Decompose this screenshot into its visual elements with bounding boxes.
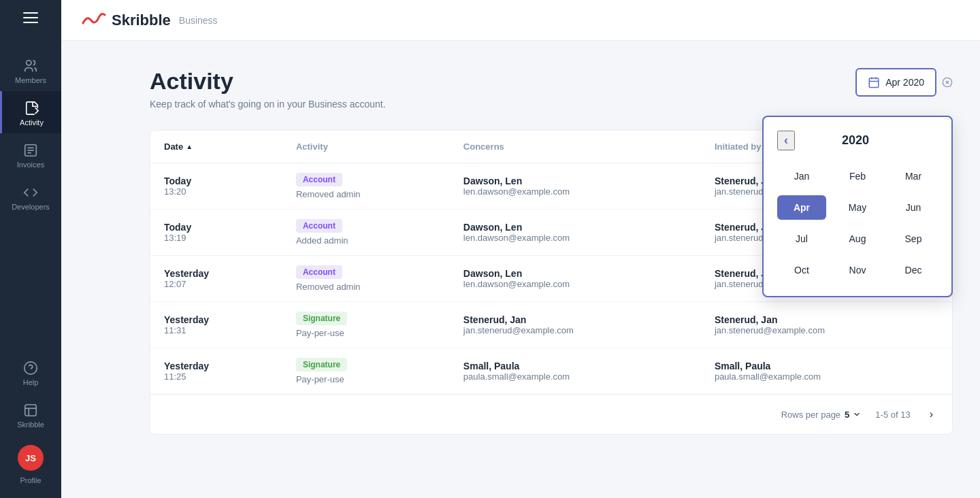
date-filter-button[interactable]: Apr 2020 (855, 68, 936, 97)
activity-badge-4: Signature (296, 358, 347, 371)
developers-icon (23, 185, 38, 200)
cell-date-4: Yesterday 11:25 (150, 348, 282, 395)
page-range: 1-5 of 13 (875, 410, 910, 420)
table-row: Yesterday 11:31 Signature Pay-per-use St… (150, 302, 952, 348)
cell-activity-3: Signature Pay-per-use (282, 302, 450, 348)
cell-concerns-0: Dawson, Len len.dawson@example.com (450, 163, 701, 210)
logo: Skribble Business (82, 10, 218, 31)
cell-concerns-1: Dawson, Len len.dawson@example.com (450, 210, 701, 256)
invoices-icon (23, 143, 38, 158)
calendar-icon (868, 76, 880, 88)
activity-icon (24, 101, 39, 116)
sidebar-item-help-label: Help (23, 378, 39, 386)
close-icon (942, 77, 953, 88)
cal-month-aug[interactable]: Aug (833, 227, 882, 251)
sidebar-item-activity[interactable]: Activity (0, 91, 61, 133)
sidebar-item-help[interactable]: Help (0, 351, 61, 393)
cal-month-jan[interactable]: Jan (777, 164, 826, 188)
activity-badge-2: Account (296, 265, 342, 279)
profile-item[interactable]: JS Profile (0, 435, 61, 491)
svg-rect-10 (869, 78, 879, 88)
sidebar-item-activity-label: Activity (20, 118, 44, 127)
calendar-dropdown: ‹ 2020 JanFebMarAprMayJunJulAugSepOctNov… (762, 116, 953, 297)
col-concerns: Concerns (450, 131, 701, 163)
cell-activity-1: Account Added admin (282, 210, 450, 256)
rows-per-page-value: 5 (845, 410, 849, 420)
date-filter-clear-button[interactable] (942, 77, 953, 88)
avatar: JS (18, 445, 44, 471)
table-row: Yesterday 11:25 Signature Pay-per-use Sm… (150, 348, 952, 395)
calendar-month-grid: JanFebMarAprMayJunJulAugSepOctNovDec (777, 164, 938, 282)
sort-icon: ▲ (186, 143, 193, 150)
svg-point-0 (27, 61, 31, 65)
calendar-header: ‹ 2020 (777, 131, 938, 150)
col-date: Date ▲ (150, 131, 282, 163)
cell-concerns-2: Dawson, Len len.dawson@example.com (450, 256, 701, 302)
cal-month-apr[interactable]: Apr (777, 195, 826, 220)
activity-badge-3: Signature (296, 312, 347, 325)
rows-per-page-group: Rows per page 5 (781, 410, 862, 420)
cal-month-mar[interactable]: Mar (889, 164, 938, 188)
cal-month-dec[interactable]: Dec (889, 258, 938, 282)
sidebar-bottom: Help Skribble JS Profile (0, 351, 61, 498)
cal-month-oct[interactable]: Oct (777, 258, 826, 282)
topbar: Skribble Business (61, 0, 980, 41)
sidebar-item-members[interactable]: Members (0, 49, 61, 91)
sidebar-item-developers-label: Developers (12, 203, 50, 211)
sidebar-item-invoices-label: Invoices (17, 161, 44, 169)
rows-per-page-label: Rows per page (781, 410, 840, 420)
cell-initiator-4: Small, Paula paula.small@example.com (701, 348, 952, 395)
date-filter-label: Apr 2020 (885, 77, 924, 88)
cell-date-2: Yesterday 12:07 (150, 256, 282, 302)
cell-activity-4: Signature Pay-per-use (282, 348, 450, 395)
activity-badge-1: Account (296, 219, 342, 233)
sidebar-item-invoices[interactable]: Invoices (0, 133, 61, 176)
cal-month-jun[interactable]: Jun (889, 195, 938, 220)
members-icon (23, 59, 38, 73)
cell-concerns-4: Small, Paula paula.small@example.com (450, 348, 701, 395)
cell-concerns-3: Stenerud, Jan jan.stenerud@example.com (450, 302, 701, 348)
calendar-prev-button[interactable]: ‹ (777, 131, 795, 150)
cell-activity-0: Account Removed admin (282, 163, 450, 210)
sidebar-item-members-label: Members (15, 76, 46, 84)
next-page-button[interactable]: › (924, 405, 938, 423)
page-title: Activity (150, 68, 386, 95)
rows-per-page-select[interactable]: 5 (845, 410, 862, 420)
sidebar: Members Activity Invoices Developers (0, 0, 61, 498)
cell-date-0: Today 13:20 (150, 163, 282, 210)
page-title-group: Activity Keep track of what's going on i… (150, 68, 386, 110)
sidebar-item-skribble-label: Skribble (17, 420, 44, 429)
chevron-down-icon (852, 410, 862, 419)
cell-date-1: Today 13:19 (150, 210, 282, 256)
cal-month-sep[interactable]: Sep (889, 227, 938, 251)
svg-rect-7 (25, 405, 37, 416)
main-content: Activity Keep track of what's going on i… (122, 41, 980, 498)
cal-month-nov[interactable]: Nov (833, 258, 882, 282)
svg-point-5 (24, 362, 37, 374)
profile-label: Profile (20, 476, 41, 484)
cal-month-may[interactable]: May (833, 195, 882, 220)
logo-icon (82, 10, 106, 31)
page-header: Activity Keep track of what's going on i… (150, 68, 953, 110)
skribble-icon (23, 403, 38, 418)
help-icon (23, 361, 38, 376)
date-filter-group: Apr 2020 (855, 68, 953, 97)
pagination: Rows per page 5 1-5 of 13 › (150, 394, 952, 434)
cell-date-3: Yesterday 11:31 (150, 302, 282, 348)
hamburger-menu[interactable] (0, 0, 61, 35)
page-subtitle: Keep track of what's going on in your Bu… (150, 99, 386, 110)
cell-activity-2: Account Removed admin (282, 256, 450, 302)
sidebar-nav: Members Activity Invoices Developers (0, 35, 61, 351)
cal-month-jul[interactable]: Jul (777, 227, 826, 251)
sidebar-item-developers[interactable]: Developers (0, 176, 61, 218)
logo-text: Skribble (112, 12, 171, 29)
cal-month-feb[interactable]: Feb (833, 164, 882, 188)
col-activity: Activity (282, 131, 450, 163)
activity-badge-0: Account (296, 173, 342, 186)
calendar-year: 2020 (842, 133, 869, 148)
logo-sub: Business (179, 15, 218, 26)
sidebar-item-skribble[interactable]: Skribble (0, 393, 61, 435)
cell-initiator-3: Stenerud, Jan jan.stenerud@example.com (701, 302, 952, 348)
